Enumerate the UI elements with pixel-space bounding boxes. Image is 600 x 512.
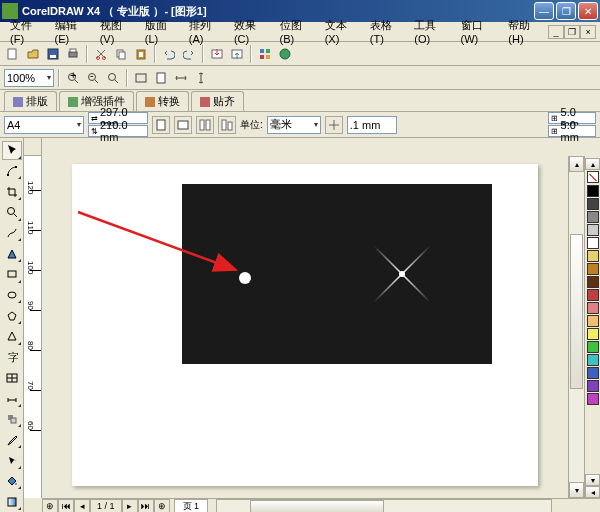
pages-equal-button[interactable]	[196, 116, 214, 134]
tab-layout[interactable]: 排版	[4, 91, 57, 111]
zoom-all-button[interactable]	[132, 69, 150, 87]
export-button[interactable]	[228, 45, 246, 63]
color-swatch[interactable]	[587, 211, 599, 223]
landscape-button[interactable]	[174, 116, 192, 134]
color-swatch[interactable]	[587, 367, 599, 379]
portrait-button[interactable]	[152, 116, 170, 134]
color-swatch[interactable]	[587, 185, 599, 197]
menu-bitmap[interactable]: 位图(B)	[274, 16, 319, 47]
menu-view[interactable]: 视图(V)	[94, 16, 139, 47]
palette-flyout-button[interactable]: ◂	[585, 486, 600, 498]
color-swatch[interactable]	[587, 237, 599, 249]
grid-y-input[interactable]: ⊞ 5.0 mm	[548, 125, 596, 137]
copy-button[interactable]	[112, 45, 130, 63]
doc-minimize-button[interactable]: _	[548, 25, 564, 39]
zoom-tool[interactable]	[2, 203, 22, 222]
crop-tool[interactable]	[2, 182, 22, 201]
fill-tool[interactable]	[2, 472, 22, 491]
color-swatch[interactable]	[587, 276, 599, 288]
no-fill-swatch[interactable]	[587, 171, 599, 183]
menu-text[interactable]: 文本(X)	[319, 16, 364, 47]
new-button[interactable]	[4, 45, 22, 63]
undo-button[interactable]	[160, 45, 178, 63]
smart-fill-tool[interactable]	[2, 244, 22, 263]
color-swatch[interactable]	[587, 315, 599, 327]
zoom-selection-button[interactable]	[104, 69, 122, 87]
color-swatch[interactable]	[587, 289, 599, 301]
nudge-input[interactable]: .1 mm	[347, 116, 397, 134]
color-swatch[interactable]	[587, 393, 599, 405]
interactive-tool[interactable]	[2, 410, 22, 429]
paper-size-combo[interactable]: A4▾	[4, 116, 84, 134]
zoom-in-button[interactable]: +	[64, 69, 82, 87]
menu-window[interactable]: 窗口(W)	[455, 16, 503, 47]
zoom-out-button[interactable]: -	[84, 69, 102, 87]
rectangle-tool[interactable]	[2, 265, 22, 284]
vertical-ruler[interactable]: 12011010090807060	[24, 156, 42, 498]
print-button[interactable]	[64, 45, 82, 63]
menu-edit[interactable]: 编辑(E)	[49, 16, 94, 47]
redo-button[interactable]	[180, 45, 198, 63]
menu-arrange[interactable]: 排列(A)	[183, 16, 228, 47]
add-page-button[interactable]: ⊕	[42, 499, 58, 512]
save-button[interactable]	[44, 45, 62, 63]
page-height-input[interactable]: ⇅210.0 mm	[88, 125, 148, 137]
ellipse-tool[interactable]	[2, 286, 22, 305]
menu-tools[interactable]: 工具(O)	[408, 16, 454, 47]
pick-tool[interactable]	[2, 141, 22, 160]
shape-tool[interactable]	[2, 162, 22, 181]
unit-combo[interactable]: 毫米▾	[267, 116, 321, 134]
table-tool[interactable]	[2, 368, 22, 387]
color-swatch[interactable]	[587, 198, 599, 210]
color-swatch[interactable]	[587, 341, 599, 353]
color-swatch[interactable]	[587, 354, 599, 366]
app-launcher-button[interactable]	[256, 45, 274, 63]
tab-snap[interactable]: 贴齐	[191, 91, 244, 111]
menu-effects[interactable]: 效果(C)	[228, 16, 274, 47]
drawing-canvas[interactable]	[42, 156, 568, 498]
horizontal-scrollbar[interactable]	[216, 499, 552, 512]
freehand-tool[interactable]	[2, 224, 22, 243]
first-page-button[interactable]: ⏮	[58, 499, 74, 512]
color-swatch[interactable]	[587, 302, 599, 314]
corel-online-button[interactable]	[276, 45, 294, 63]
zoom-page-button[interactable]	[152, 69, 170, 87]
menu-help[interactable]: 帮助(H)	[502, 16, 548, 47]
star-shape[interactable]	[342, 214, 462, 334]
color-swatch[interactable]	[587, 250, 599, 262]
palette-down-button[interactable]: ▾	[585, 474, 600, 486]
zoom-height-button[interactable]	[192, 69, 210, 87]
import-button[interactable]	[208, 45, 226, 63]
scroll-down-button[interactable]: ▾	[569, 482, 584, 498]
vertical-scrollbar[interactable]: ▴ ▾	[568, 156, 584, 498]
zoom-level-combo[interactable]: 100%▾	[4, 69, 54, 87]
palette-up-button[interactable]: ▴	[585, 158, 600, 170]
text-tool[interactable]: 字	[2, 348, 22, 367]
interactive-fill-tool[interactable]	[2, 492, 22, 511]
maximize-button[interactable]: ❐	[556, 2, 576, 20]
doc-close-button[interactable]: ×	[580, 25, 596, 39]
scroll-up-button[interactable]: ▴	[569, 156, 584, 172]
polygon-tool[interactable]	[2, 306, 22, 325]
eyedropper-tool[interactable]	[2, 430, 22, 449]
menu-layout[interactable]: 版面(L)	[139, 16, 183, 47]
prev-page-button[interactable]: ◂	[74, 499, 90, 512]
color-swatch[interactable]	[587, 380, 599, 392]
dimension-tool[interactable]	[2, 389, 22, 408]
open-button[interactable]	[24, 45, 42, 63]
menu-table[interactable]: 表格(T)	[364, 16, 409, 47]
ruler-origin[interactable]	[24, 138, 42, 156]
color-swatch[interactable]	[587, 263, 599, 275]
paste-button[interactable]	[132, 45, 150, 63]
add-page-after-button[interactable]: ⊕	[154, 499, 170, 512]
page-tab-1[interactable]: 页 1	[174, 499, 209, 512]
zoom-width-button[interactable]	[172, 69, 190, 87]
color-swatch[interactable]	[587, 328, 599, 340]
pages-different-button[interactable]	[218, 116, 236, 134]
close-button[interactable]: ✕	[578, 2, 598, 20]
doc-restore-button[interactable]: ❐	[564, 25, 580, 39]
color-swatch[interactable]	[587, 224, 599, 236]
outline-tool[interactable]	[2, 451, 22, 470]
basic-shapes-tool[interactable]	[2, 327, 22, 346]
menu-file[interactable]: 文件(F)	[4, 16, 49, 47]
